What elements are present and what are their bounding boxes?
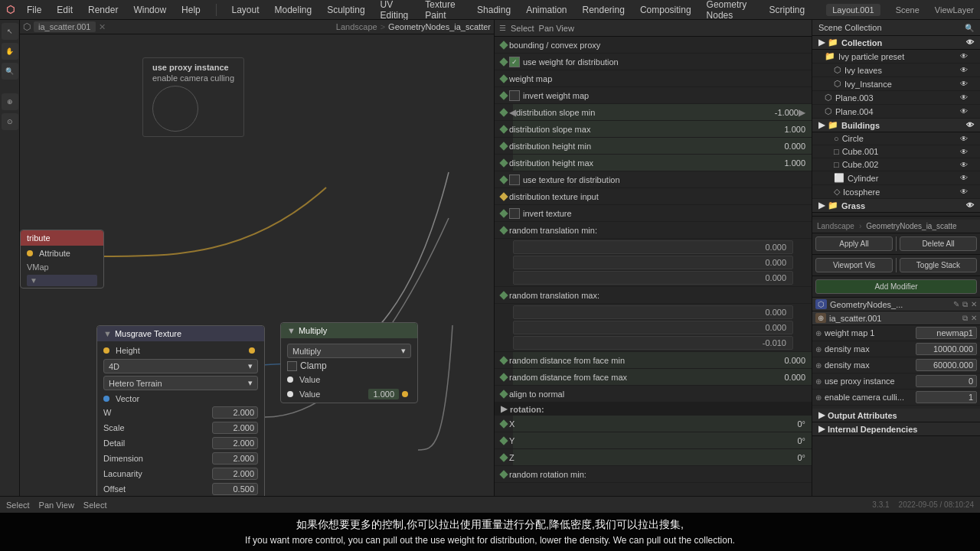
dist-height-max-row[interactable]: distribution height max 1.000 — [495, 155, 812, 171]
scale-value[interactable]: 2.000 — [212, 422, 258, 434]
breadcrumb-landscape[interactable]: Landscape — [336, 22, 377, 31]
circle-vis[interactable]: 👁 — [960, 135, 968, 143]
musgrave-terrain-dropdown[interactable]: Hetero Terrain ▾ — [103, 376, 258, 390]
workspace-texture[interactable]: Texture Paint — [422, 0, 465, 22]
dist-slope-max-row[interactable]: distribution slope max 1.000 — [495, 121, 812, 138]
plane003-vis[interactable]: 👁 — [960, 93, 968, 102]
workspace-compositing[interactable]: Compositing — [637, 3, 694, 17]
scatter-delete-icon[interactable]: ✕ — [971, 314, 977, 322]
musgrave-node[interactable]: ▼ Musgrave Texture Height 4D ▾ — [96, 325, 265, 500]
scatter-copy-icon[interactable]: ⧉ — [962, 314, 968, 323]
grass-vis[interactable]: 👁 — [966, 201, 974, 210]
cube002-vis[interactable]: 👁 — [960, 161, 968, 169]
menu-window[interactable]: Window — [130, 3, 169, 17]
geo-edit-icon[interactable]: ✎ — [953, 300, 959, 308]
rand-dist-face-max-row[interactable]: random distance from face max 0.000 — [495, 369, 812, 386]
use-weight-row[interactable]: ✓ use weight for distribution — [495, 54, 812, 70]
filter-icon[interactable]: 🔍 — [965, 24, 974, 32]
invert-weight-checkbox[interactable] — [509, 90, 520, 101]
rand-trans-min-x[interactable]: 0.000 — [513, 240, 793, 254]
workspace-sculpting[interactable]: Sculpting — [324, 3, 368, 17]
use-texture-row[interactable]: use texture for distribution — [495, 171, 812, 188]
breadcrumb-geo-nodes[interactable]: GeometryNodes_ia_scatter — [388, 22, 491, 31]
slope-min-right-arrow[interactable]: ▶ — [799, 107, 805, 118]
output-attributes-section[interactable]: ▶ Output Attributes — [812, 409, 980, 422]
grass-section[interactable]: ▶ 📁 Grass 👁 — [812, 199, 980, 213]
internal-deps-section[interactable]: ▶ Internal Dependencies — [812, 422, 980, 436]
w-value[interactable]: 2.000 — [212, 406, 258, 419]
menu-help[interactable]: Help — [178, 3, 204, 17]
workspace-shading[interactable]: Shading — [474, 3, 514, 17]
dropdown-vmap[interactable]: ▼ — [27, 275, 97, 286]
mod-weight-map-value[interactable]: newmap1 — [916, 327, 977, 339]
workspace-layout[interactable]: Layout — [228, 3, 262, 17]
rand-trans-min-y[interactable]: 0.000 — [513, 256, 793, 269]
cylinder-vis[interactable]: 👁 — [960, 174, 968, 182]
sidebar-ivy-preset[interactable]: 📁 Ivy particle preset 👁 — [812, 50, 980, 64]
use-texture-checkbox[interactable] — [509, 174, 520, 185]
sidebar-ivy-instance[interactable]: ⬡ Ivy_Instance 👁 — [812, 77, 980, 91]
rand-dist-face-min-row[interactable]: random distance from face min 0.000 — [495, 352, 812, 369]
menu-file[interactable]: File — [24, 3, 44, 17]
buildings-section[interactable]: ▶ 📁 Buildings 👁 — [812, 119, 980, 132]
icosphere-vis[interactable]: 👁 — [960, 187, 968, 196]
clamp-checkbox[interactable] — [287, 361, 297, 371]
offset-value[interactable]: 0.500 — [212, 483, 258, 495]
geo-delete-icon[interactable]: ✕ — [971, 300, 977, 308]
detail-value[interactable]: 2.000 — [212, 437, 258, 449]
node-tab-name[interactable]: ia_scatter.001 — [34, 21, 96, 32]
invert-texture-checkbox[interactable] — [509, 208, 520, 219]
mod-camera-value[interactable]: 1 — [916, 391, 977, 403]
menu-render[interactable]: Render — [85, 3, 121, 17]
rotation-x-row[interactable]: X 0° — [495, 416, 812, 432]
icon-extra2[interactable]: ⊙ — [2, 113, 18, 130]
apply-all-btn[interactable]: Apply All — [815, 236, 893, 251]
ivy-preset-vis[interactable]: 👁 — [960, 52, 968, 60]
mod-proxy-value[interactable]: 0 — [916, 375, 977, 387]
dist-slope-min-row[interactable]: ◀ distribution slope min -1.000 ▶ — [495, 104, 812, 121]
sidebar-cube002[interactable]: □ Cube.002 👁 — [812, 158, 980, 171]
geo-copy-icon[interactable]: ⧉ — [962, 300, 968, 309]
musgrave-dim-dropdown[interactable]: 4D ▾ — [103, 359, 258, 373]
viewport-vis-btn[interactable]: Viewport Vis — [815, 258, 893, 272]
add-modifier-btn[interactable]: Add Modifier — [815, 279, 977, 294]
invert-weight-row[interactable]: invert weight map — [495, 87, 812, 104]
attribute-node[interactable]: tribute Attribute VMap ▼ — [20, 230, 104, 289]
rand-trans-max-z[interactable]: -0.010 — [513, 336, 793, 350]
workspace-animation[interactable]: Animation — [523, 3, 570, 17]
sidebar-plane004[interactable]: ⬡ Plane.004 👁 — [812, 105, 980, 119]
buildings-vis[interactable]: 👁 — [966, 121, 974, 129]
sidebar-cylinder[interactable]: ⬜ Cylinder 👁 — [812, 171, 980, 185]
workspace-geometry-nodes[interactable]: Geometry Nodes — [704, 0, 757, 22]
plane004-vis[interactable]: 👁 — [960, 107, 968, 116]
rand-trans-max-x[interactable]: 0.000 — [513, 305, 793, 319]
mod-density-max1-value[interactable]: 10000.000 — [916, 343, 977, 355]
use-weight-checkbox[interactable]: ✓ — [509, 57, 520, 67]
sidebar-ivy-leaves[interactable]: ⬡ Ivy leaves 👁 — [812, 64, 980, 77]
cube001-vis[interactable]: 👁 — [960, 148, 968, 156]
dist-height-min-row[interactable]: distribution height min 0.000 — [495, 138, 812, 155]
lacunarity-value[interactable]: 2.000 — [212, 468, 258, 480]
rotation-y-row[interactable]: Y 0° — [495, 432, 812, 449]
sidebar-icosphere[interactable]: ◇ Icosphere 👁 — [812, 185, 980, 199]
value-in-field[interactable]: 1.000 — [368, 389, 399, 399]
icon-extra1[interactable]: ⊕ — [2, 93, 18, 110]
close-tab-icon[interactable]: ✕ — [99, 22, 106, 32]
node-canvas[interactable]: use proxy instance enable camera culling… — [20, 34, 494, 513]
ivy-leaves-vis[interactable]: 👁 — [960, 66, 968, 74]
rotation-z-row[interactable]: Z 0° — [495, 449, 812, 466]
multiply-node[interactable]: ▼ Multiply Multiply ▾ Clamp — [280, 322, 418, 403]
invert-texture-row[interactable]: invert texture — [495, 205, 812, 222]
sidebar-cube001[interactable]: □ Cube.001 👁 — [812, 145, 980, 158]
active-workspace-label[interactable]: Layout.001 — [826, 4, 880, 16]
geo-nodes-mod-bc[interactable]: GeometryNodes_ia_scatte — [866, 222, 956, 230]
dimension-value[interactable]: 2.000 — [212, 452, 258, 465]
landscape-mod-bc[interactable]: Landscape — [817, 222, 854, 230]
toggle-stack-btn[interactable]: Toggle Stack — [900, 258, 977, 272]
sidebar-circle[interactable]: ○ Circle 👁 — [812, 132, 980, 145]
collection-section[interactable]: ▶ 📁 Collection 👁 — [812, 36, 980, 50]
icon-select[interactable]: ↖ — [2, 23, 18, 40]
multiply-type-dropdown[interactable]: Multiply ▾ — [287, 344, 411, 358]
workspace-uv[interactable]: UV Editing — [377, 0, 413, 22]
delete-all-btn[interactable]: Delete All — [900, 236, 977, 251]
